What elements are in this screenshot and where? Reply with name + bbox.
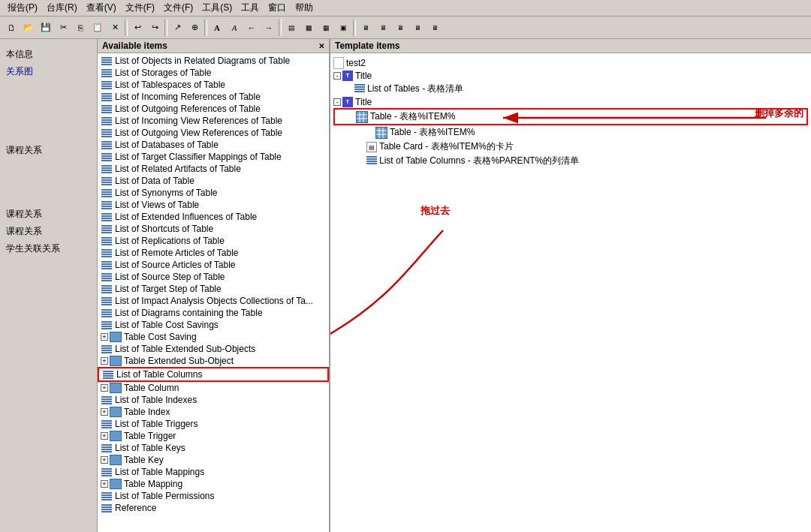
tree-item-group2[interactable]: - T Title	[333, 96, 808, 108]
toolbar-paste[interactable]: 📋	[89, 20, 106, 36]
toolbar-b3[interactable]: ▦	[318, 20, 334, 36]
menu-item-file1[interactable]: 文件(F)	[121, 0, 159, 16]
toolbar-arrow2[interactable]: →	[261, 20, 277, 36]
group-item-tableindex[interactable]: + Table Index	[98, 406, 329, 418]
menu-item-window[interactable]: 窗口	[264, 0, 291, 16]
menu-item-view[interactable]: 查看(V)	[82, 0, 121, 16]
list-item-6[interactable]: List of Outgoing View References of Tabl…	[98, 127, 329, 139]
toolbar-undo[interactable]: ↩	[129, 20, 146, 36]
menu-item-tools1[interactable]: 工具(S)	[197, 0, 237, 16]
group-item-tablemapping[interactable]: + Table Mapping	[98, 478, 329, 490]
list-item-32[interactable]: List of Table Keys	[98, 442, 329, 454]
group-item-tablecolumns[interactable]: List of Table Columns	[98, 367, 329, 382]
menu-item-tools2[interactable]: 工具	[237, 0, 264, 16]
list-item-10[interactable]: List of Data of Table	[98, 175, 329, 187]
expand-group1[interactable]: -	[333, 72, 341, 80]
menu-item-help[interactable]: 帮助	[291, 0, 318, 16]
tree-item-test2[interactable]: test2	[333, 56, 808, 70]
list-item-11[interactable]: List of Synonyms of Table	[98, 187, 329, 199]
list-icon-21	[101, 308, 113, 318]
list-item-13[interactable]: List of Extended Influences of Table	[98, 211, 329, 223]
group-item-extsubobj[interactable]: + Table Extended Sub-Object	[98, 355, 329, 367]
group-item-tabletrigger[interactable]: + Table Trigger	[98, 430, 329, 442]
list-item-15[interactable]: List of Replications of Table	[98, 235, 329, 247]
svg-rect-75	[101, 280, 112, 281]
list-item-0[interactable]: List of Objects in Related Diagrams of T…	[98, 55, 329, 67]
toolbar-monitor1[interactable]: 🖥	[357, 20, 374, 36]
toolbar-copy[interactable]: ⎘	[72, 20, 89, 36]
toolbar-monitor2[interactable]: 🖥	[375, 20, 391, 36]
tree-item-tableitem[interactable]: Table - 表格%ITEM%	[333, 108, 808, 125]
expand-group2[interactable]: -	[333, 98, 341, 106]
toolbar-new[interactable]: 🗋	[3, 20, 20, 36]
list-item-16[interactable]: List of Remote Articles of Table	[98, 247, 329, 259]
toolbar-open[interactable]: 📂	[20, 20, 37, 36]
available-panel-close[interactable]: ✕	[318, 42, 324, 50]
list-item-9[interactable]: List of Related Artifacts of Table	[98, 163, 329, 175]
menu-item-file2[interactable]: 文件(F)	[159, 0, 197, 16]
list-item-3[interactable]: List of Incoming References of Table	[98, 91, 329, 103]
list-item-21[interactable]: List of Diagrams containing the Table	[98, 307, 329, 319]
tree-item-listcolumns[interactable]: List of Table Columns - 表格%PARENT%的列清单	[333, 154, 808, 168]
list-item-14[interactable]: List of Shortcuts of Table	[98, 223, 329, 235]
list-item-18[interactable]: List of Source Step of Table	[98, 271, 329, 283]
tree-item-tableitem2[interactable]: Table - 表格%ITEM%	[333, 125, 808, 140]
list-item-4[interactable]: List of Outgoing References of Table	[98, 103, 329, 115]
tree-item-tablecard[interactable]: ▤ Table Card - 表格%ITEM%的卡片	[333, 140, 808, 154]
list-item-36[interactable]: List of Table Permissions	[98, 490, 329, 502]
expand-icon-tableindex[interactable]: +	[101, 408, 108, 416]
toolbar-delete[interactable]: ✕	[107, 20, 123, 36]
toolbar-b2[interactable]: ▩	[300, 20, 317, 36]
toolbar-arrow[interactable]: ←	[243, 20, 260, 36]
toolbar-redo[interactable]: ↪	[146, 20, 163, 36]
svg-rect-72	[101, 273, 112, 275]
toolbar-text[interactable]: A	[209, 20, 225, 36]
list-item-28[interactable]: List of Table Indexes	[98, 394, 329, 406]
group-item-costsaving[interactable]: + Table Cost Saving	[98, 331, 329, 343]
list-item-24[interactable]: List of Table Extended Sub-Objects	[98, 343, 329, 355]
expand-icon-tablekey[interactable]: +	[101, 456, 108, 464]
tree-item-group1[interactable]: - T Title	[333, 70, 808, 82]
left-label-student: 学生关联关系	[3, 241, 94, 257]
group-item-tablekey[interactable]: + Table Key	[98, 454, 329, 466]
list-item-1[interactable]: List of Storages of Table	[98, 67, 329, 79]
list-item-22[interactable]: List of Table Cost Savings	[98, 319, 329, 331]
list-item-20[interactable]: List of Impact Analysis Objects Collecti…	[98, 295, 329, 307]
list-item-37[interactable]: Reference	[98, 502, 329, 514]
svg-rect-47	[101, 196, 112, 197]
tree-label-tableitem2: Table - 表格%ITEM%	[390, 126, 475, 139]
expand-icon-costsaving[interactable]: +	[101, 333, 108, 341]
svg-rect-54	[101, 218, 112, 219]
list-item-12[interactable]: List of Views of Table	[98, 199, 329, 211]
toolbar-monitor5[interactable]: 🖥	[427, 20, 443, 36]
list-item-30[interactable]: List of Table Triggers	[98, 418, 329, 430]
list-item-34[interactable]: List of Table Mappings	[98, 466, 329, 478]
toolbar-pointer[interactable]: ↗	[169, 20, 185, 36]
svg-rect-19	[101, 112, 112, 113]
menu-item-report[interactable]: 报告(P)	[3, 0, 42, 16]
expand-icon-tablemapping[interactable]: +	[101, 480, 108, 488]
toolbar-monitor4[interactable]: 🖥	[409, 20, 426, 36]
list-item-5[interactable]: List of Incoming View References of Tabl…	[98, 115, 329, 127]
menu-item-library[interactable]: 台库(R)	[42, 0, 82, 16]
toolbar-b4[interactable]: ▣	[335, 20, 351, 36]
toolbar-zoom[interactable]: ⊕	[186, 20, 203, 36]
toolbar-text2[interactable]: A	[226, 20, 243, 36]
toolbar-monitor3[interactable]: 🖥	[392, 20, 409, 36]
toolbar-cut[interactable]: ✂	[55, 20, 71, 36]
template-panel-header: Template items	[330, 39, 811, 53]
tree-item-listtables[interactable]: List of Tables - 表格清单	[333, 82, 808, 96]
left-link-diagram[interactable]: 关系图	[3, 64, 94, 80]
list-item-2[interactable]: List of Tablespaces of Table	[98, 79, 329, 91]
group-item-tablecolumn[interactable]: + Table Column	[98, 382, 329, 394]
toolbar-save[interactable]: 💾	[38, 20, 54, 36]
list-item-8[interactable]: List of Target Classifier Mappings of Ta…	[98, 151, 329, 163]
list-item-7[interactable]: List of Databases of Table	[98, 139, 329, 151]
available-list[interactable]: List of Objects in Related Diagrams of T…	[98, 53, 329, 532]
expand-icon-extsubobj[interactable]: +	[101, 357, 108, 365]
list-item-17[interactable]: List of Source Articles of Table	[98, 259, 329, 271]
expand-icon-tabletrigger[interactable]: +	[101, 432, 108, 440]
toolbar-b1[interactable]: ▤	[283, 20, 300, 36]
list-item-19[interactable]: List of Target Step of Table	[98, 283, 329, 295]
expand-icon-tablecolumn[interactable]: +	[101, 384, 108, 392]
